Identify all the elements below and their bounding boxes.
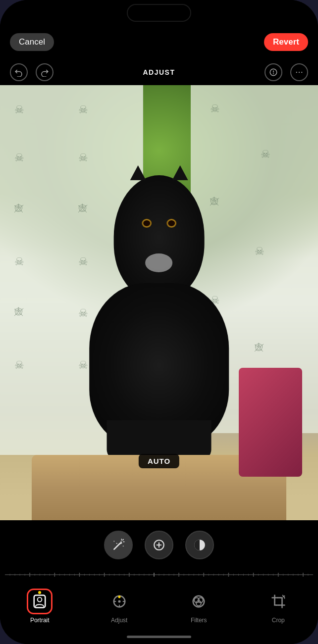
svg-point-11 [113,541,114,542]
bottom-tabs: Portrait [0,585,318,629]
dynamic-island [127,4,191,22]
cat-eye-left [142,219,152,228]
skull-icon-8: ☠ [14,359,24,372]
more-button[interactable] [290,63,308,81]
svg-point-85 [118,595,120,598]
svg-point-78 [38,597,42,602]
redo-button[interactable] [36,63,53,81]
bottom-section: Portrait [0,520,318,644]
svg-rect-90 [274,598,282,605]
crop-tab-label: Crop [272,617,285,624]
slider-track [5,574,313,575]
tab-adjust[interactable]: Adjust [80,589,159,624]
skull-icon-r1: ☠ [210,102,220,115]
revert-button[interactable]: Revert [264,33,308,51]
portrait-tab-label: Portrait [30,617,50,624]
filters-tab-label: Filters [191,617,207,624]
svg-point-80 [118,600,120,603]
markup-button[interactable] [265,63,282,81]
spiderweb-icon-r2: 🕸 [255,343,264,353]
cat-head [113,175,205,299]
crop-tab-icon-wrap [265,589,291,614]
home-bar [127,636,191,638]
cancel-button[interactable]: Cancel [10,33,54,51]
svg-line-8 [123,540,124,541]
svg-point-1 [273,74,274,74]
slider-ticks-svg [5,570,313,580]
bw-toggle-button[interactable] [185,531,214,559]
svg-point-9 [116,543,117,544]
portrait-icon [32,594,47,609]
skull-icon-r2: ☠ [261,148,270,161]
svg-point-2 [296,72,297,73]
svg-point-10 [123,545,124,546]
cat-eye-right [166,219,176,228]
cat-eyes [123,219,196,228]
pink-pillow [239,368,302,477]
toolbar-row: ADJUST [0,59,318,85]
photo-container: ☠ ☠ ☠ ☠ 🕸 🕸 ☠ ☠ 🕸 ☠ ☠ ☠ ☠ ☠ [0,85,318,520]
filters-tab-icon-wrap [186,589,212,614]
cat-ear-right [172,165,188,180]
skull-icon-1: ☠ [14,103,24,116]
svg-point-4 [301,72,302,73]
top-controls: Cancel Revert [0,25,318,59]
toolbar-title: ADJUST [143,68,175,76]
adjust-tab-label: Adjust [111,617,127,624]
auto-badge: AUTO [139,454,179,468]
tool-buttons-row [0,520,318,565]
skull-icon-5: ☠ [14,255,24,268]
adjust-tab-icon-wrap [106,589,132,614]
filters-icon [191,594,206,609]
portrait-tab-icon-wrap [27,589,53,614]
phone-screen: Cancel Revert ADJUS [0,0,318,644]
svg-point-3 [299,72,300,73]
skull-icon-r3: ☠ [255,245,265,258]
status-bar [0,0,318,25]
portrait-dot [38,591,41,594]
photo-area: ☠ ☠ ☠ ☠ 🕸 🕸 ☠ ☠ 🕸 ☠ ☠ ☠ ☠ ☠ [0,85,318,520]
skull-icon-3: ☠ [14,151,24,164]
cat-ear-left [130,165,146,180]
spiderweb-icon-3: 🕸 [14,307,23,317]
exposure-button[interactable] [145,531,173,559]
toolbar-left-icons [10,63,53,81]
cat-body [71,159,246,485]
cat-muzzle [145,253,172,272]
tab-filters[interactable]: Filters [159,589,239,624]
toolbar-right-icons [265,63,308,81]
phone-frame: Cancel Revert ADJUS [0,0,318,644]
home-indicator [0,629,318,644]
tab-portrait[interactable]: Portrait [0,589,80,624]
slider-row[interactable] [0,565,318,585]
adjust-icon [112,594,127,609]
undo-button[interactable] [10,63,28,81]
crop-icon [271,594,286,609]
skull-icon-2: ☠ [78,103,88,116]
auto-enhance-button[interactable] [104,531,133,559]
svg-line-5 [114,544,120,549]
spiderweb-icon-1: 🕸 [14,203,23,214]
tab-crop[interactable]: Crop [239,589,318,624]
